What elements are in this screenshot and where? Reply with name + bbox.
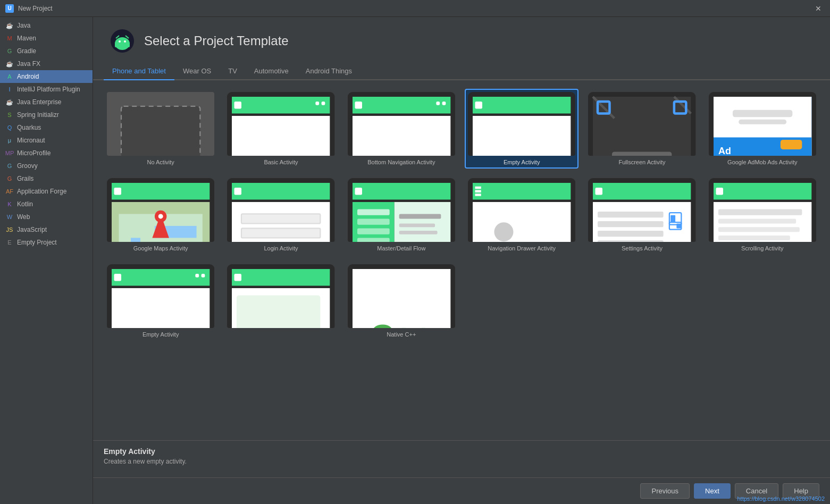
- tab-automotive[interactable]: Automotive: [246, 63, 297, 80]
- android-logo: [109, 28, 136, 54]
- main-container: ☕ Java M Maven G Gradle ☕ Java FX A Andr…: [0, 17, 830, 504]
- template-card-fullscreen-activity[interactable]: Fullscreen Activity: [585, 89, 699, 169]
- template-name-basic-activity: Basic Activity: [264, 159, 298, 165]
- sidebar-icon: I: [5, 85, 14, 94]
- svg-rect-25: [442, 102, 446, 105]
- svg-text:Ad: Ad: [718, 146, 731, 156]
- svg-rect-125: [195, 274, 199, 278]
- tab-tv[interactable]: TV: [220, 63, 246, 80]
- svg-rect-116: [718, 227, 800, 232]
- sidebar-icon: JS: [5, 225, 14, 234]
- sidebar-icon: A: [5, 72, 14, 81]
- svg-rect-104: [598, 240, 664, 242]
- close-button[interactable]: ✕: [812, 3, 825, 14]
- sidebar-label: IntelliJ Platform Plugin: [17, 86, 80, 93]
- template-grid-container[interactable]: No Activity Basic Activity: [93, 80, 830, 440]
- template-card-bottom-nav[interactable]: Bottom Navigation Activity: [345, 89, 458, 169]
- sidebar-item-kotlin[interactable]: K Kotlin: [0, 198, 93, 211]
- svg-rect-12: [232, 97, 330, 113]
- sidebar-item-maven[interactable]: M Maven: [0, 32, 93, 45]
- svg-rect-71: [241, 228, 320, 238]
- sidebar-icon: ☕: [5, 98, 14, 106]
- sidebar-item-groovy[interactable]: G Groovy: [0, 159, 93, 172]
- sidebar-item-micronaut[interactable]: μ Micronaut: [0, 134, 93, 147]
- svg-rect-24: [436, 102, 440, 105]
- template-name-empty-activity: Empty Activity: [504, 159, 540, 165]
- template-preview-master-detail: [348, 178, 455, 242]
- svg-rect-124: [114, 274, 121, 281]
- template-card-google-maps[interactable]: Google Maps Activity: [104, 175, 217, 255]
- sidebar-item-java-enterprise[interactable]: ☕ Java Enterprise: [0, 96, 93, 108]
- template-card-google-admob[interactable]: Ad Google AdMob Ads Activity: [706, 89, 819, 169]
- sidebar-icon: AF: [5, 187, 14, 196]
- svg-rect-16: [232, 116, 330, 156]
- svg-rect-77: [355, 188, 362, 195]
- svg-rect-85: [399, 223, 434, 227]
- description-text: Creates a new empty activity.: [104, 458, 819, 465]
- sidebar-item-javascript[interactable]: JS JavaScript: [0, 223, 93, 236]
- template-preview-cpp-activity: C++: [348, 264, 455, 328]
- template-card-basic-activity[interactable]: Basic Activity: [224, 89, 338, 169]
- tab-wear-os[interactable]: Wear OS: [174, 63, 220, 80]
- sidebar-icon: ☕: [5, 21, 14, 30]
- sidebar-label: Grails: [17, 175, 33, 182]
- sidebar-item-application-forge[interactable]: AF Application Forge: [0, 185, 93, 198]
- template-card-navigation-drawer[interactable]: Navigation Drawer Activity: [465, 175, 579, 255]
- svg-rect-127: [112, 288, 209, 328]
- svg-rect-92: [473, 202, 571, 242]
- svg-rect-99: [596, 188, 602, 195]
- sidebar-item-web[interactable]: W Web: [0, 211, 93, 223]
- sidebar-item-grails[interactable]: G Grails: [0, 172, 93, 185]
- template-card-empty-activity-2[interactable]: Empty Activity: [104, 261, 217, 341]
- template-card-cpp-activity[interactable]: C++ Native C++: [345, 261, 458, 341]
- template-card-settings-activity[interactable]: Settings Activity: [585, 175, 699, 255]
- sidebar-item-intellij-platform-plugin[interactable]: I IntelliJ Platform Plugin: [0, 83, 93, 96]
- svg-rect-91: [475, 194, 481, 196]
- sidebar-item-microprofile[interactable]: MP MicroProfile: [0, 147, 93, 159]
- next-button[interactable]: Next: [694, 483, 731, 499]
- svg-rect-2: [115, 43, 117, 47]
- sidebar-label: Kotlin: [17, 200, 33, 208]
- header-title: Select a Project Template: [144, 33, 289, 48]
- template-card-master-detail[interactable]: Master/Detail Flow: [345, 175, 458, 255]
- content-area: Select a Project Template Phone and Tabl…: [93, 17, 830, 504]
- template-card-empty-activity[interactable]: Empty Activity: [465, 89, 579, 169]
- template-preview-google-maps: [107, 178, 214, 242]
- svg-rect-107: [670, 215, 675, 222]
- svg-rect-3: [128, 43, 130, 47]
- sidebar-label: Java Enterprise: [17, 98, 61, 106]
- template-name-navigation-drawer: Navigation Drawer Activity: [488, 245, 556, 251]
- previous-button[interactable]: Previous: [640, 483, 690, 499]
- sidebar-item-spring-initializr[interactable]: S Spring Initializr: [0, 108, 93, 121]
- svg-rect-126: [202, 274, 205, 278]
- template-card-scrolling-activity[interactable]: Scrolling Activity: [706, 175, 819, 255]
- template-name-no-activity: No Activity: [147, 159, 174, 165]
- sidebar-item-java-fx[interactable]: ☕ Java FX: [0, 57, 93, 70]
- template-preview-no-activity: [107, 92, 214, 156]
- svg-rect-129: [232, 269, 330, 285]
- sidebar-icon: S: [5, 111, 14, 119]
- tab-phone-and-tablet[interactable]: Phone and Tablet: [104, 63, 174, 80]
- template-preview-login-activity: [227, 178, 334, 242]
- sidebar-item-gradle[interactable]: G Gradle: [0, 45, 93, 57]
- template-card-unknown-activity[interactable]: [224, 261, 338, 341]
- sidebar-icon: M: [5, 34, 14, 43]
- sidebar-item-empty-project[interactable]: E Empty Project: [0, 236, 93, 249]
- sidebar-item-quarkus[interactable]: Q Quarkus: [0, 121, 93, 134]
- svg-text:C++: C++: [370, 317, 433, 328]
- svg-rect-82: [357, 238, 390, 242]
- template-card-login-activity[interactable]: Login Activity: [224, 175, 338, 255]
- svg-point-4: [119, 40, 121, 43]
- bottom-bar: Previous Next Cancel Help: [93, 477, 830, 504]
- sidebar-item-android[interactable]: A Android: [0, 70, 93, 83]
- sidebar-label: Web: [17, 213, 30, 221]
- svg-rect-90: [475, 190, 481, 192]
- title-bar: U New Project ✕: [0, 0, 830, 17]
- sidebar-label: Spring Initializr: [17, 111, 59, 119]
- sidebar-label: JavaScript: [17, 226, 47, 233]
- svg-rect-46: [733, 110, 792, 117]
- tab-android-things[interactable]: Android Things: [297, 63, 360, 80]
- sidebar-item-java[interactable]: ☕ Java: [0, 19, 93, 32]
- template-card-no-activity[interactable]: No Activity: [104, 89, 217, 169]
- template-preview-fullscreen-activity: [588, 92, 695, 156]
